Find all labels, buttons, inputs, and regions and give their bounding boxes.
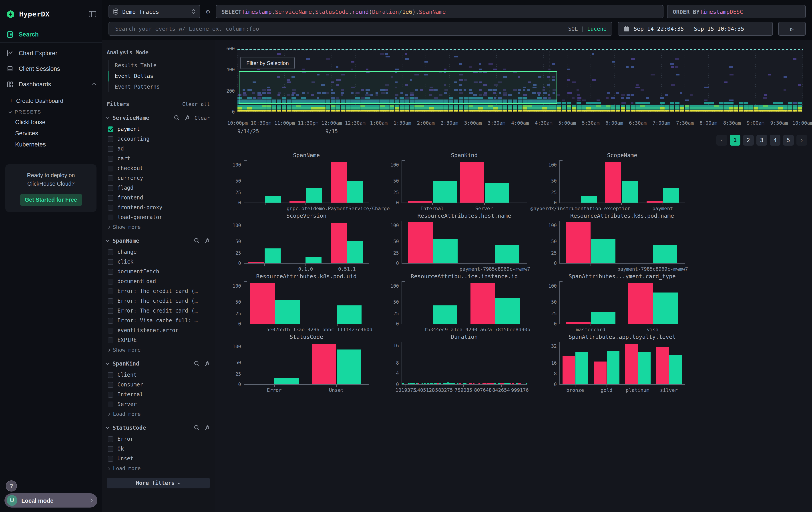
heatmap-canvas[interactable] <box>237 49 803 112</box>
checkbox-unchecked[interactable] <box>108 308 113 314</box>
sidebar-item-services[interactable]: Services <box>0 128 102 139</box>
filter-checkbox-item[interactable]: currency <box>107 173 210 183</box>
sidebar-item-search[interactable]: Search <box>0 27 102 42</box>
checkbox-unchecked[interactable] <box>108 249 113 255</box>
clear-all-button[interactable]: Clear all <box>182 101 210 107</box>
analysis-mode-event-patterns[interactable]: Event Patterns <box>108 81 210 92</box>
filter-checkbox-item[interactable]: Error: The credit card (… <box>107 286 210 296</box>
checkbox-checked[interactable] <box>108 126 113 132</box>
sidebar-item-dashboards[interactable]: Dashboards <box>0 77 102 92</box>
filter-checkbox-item[interactable]: Error: The credit card (… <box>107 296 210 306</box>
pin-icon[interactable] <box>204 238 210 244</box>
filter-checkbox-item[interactable]: Server <box>107 399 210 409</box>
gear-icon[interactable]: ⚙ <box>204 7 212 16</box>
filter-checkbox-item[interactable]: accounting <box>107 134 210 144</box>
checkbox-unchecked[interactable] <box>108 382 113 387</box>
sql-select-editor[interactable]: SELECT Timestamp, ServiceName, StatusCod… <box>216 5 664 18</box>
toggle-sql[interactable]: SQL <box>568 26 578 32</box>
checkbox-unchecked[interactable] <box>108 318 113 323</box>
checkbox-unchecked[interactable] <box>108 156 113 161</box>
user-menu[interactable]: U Local mode <box>4 493 97 508</box>
filter-checkbox-item[interactable]: eventListener.error <box>107 325 210 335</box>
filter-checkbox-item[interactable]: frontend <box>107 193 210 203</box>
checkbox-unchecked[interactable] <box>108 392 113 397</box>
load-more-button[interactable]: Load more <box>107 409 210 417</box>
pagination-prev-button[interactable]: ‹ <box>716 135 727 145</box>
filter-group-name[interactable]: ServiceName <box>113 114 149 121</box>
checkbox-unchecked[interactable] <box>108 436 113 442</box>
sidebar-item-chart-explorer[interactable]: Chart Explorer <box>0 46 102 61</box>
clear-group-button[interactable]: Clear <box>195 115 210 121</box>
sidebar-item-client-sessions[interactable]: Client Sessions <box>0 61 102 77</box>
presets-toggle[interactable]: PRESETS <box>0 106 102 117</box>
search-icon[interactable] <box>194 360 200 367</box>
filter-by-selection-button[interactable]: Filter by Selection <box>240 57 295 69</box>
analysis-mode-event-deltas[interactable]: Event Deltas <box>108 71 210 81</box>
pagination-next-button[interactable]: › <box>796 135 807 145</box>
checkbox-unchecked[interactable] <box>108 214 113 220</box>
filter-checkbox-item[interactable]: Unset <box>107 454 210 463</box>
filter-checkbox-item[interactable]: Internal <box>107 389 210 399</box>
create-dashboard-button[interactable]: + Create Dashboard <box>0 95 102 106</box>
pin-icon[interactable] <box>204 425 210 431</box>
run-query-button[interactable]: ▷ <box>778 22 806 36</box>
sidebar-item-clickhouse[interactable]: ClickHouse <box>0 117 102 128</box>
show-more-button[interactable]: Show more <box>107 345 210 353</box>
filter-checkbox-item[interactable]: EXPIRE <box>107 335 210 345</box>
filter-checkbox-item[interactable]: Client <box>107 370 210 380</box>
filter-checkbox-item[interactable]: documentFetch <box>107 267 210 276</box>
sidebar-item-kubernetes[interactable]: Kubernetes <box>0 139 102 150</box>
checkbox-unchecked[interactable] <box>108 298 113 304</box>
checkbox-unchecked[interactable] <box>108 205 113 210</box>
filter-checkbox-item[interactable]: checkout <box>107 163 210 173</box>
show-more-button[interactable]: Show more <box>107 222 210 230</box>
order-by-editor[interactable]: ORDER BY Timestamp DESC <box>667 5 806 18</box>
search-icon[interactable] <box>174 115 180 120</box>
help-button[interactable]: ? <box>6 480 17 491</box>
pagination-page-3[interactable]: 3 <box>756 135 767 145</box>
filter-group-name[interactable]: SpanKind <box>113 360 139 367</box>
filter-checkbox-item[interactable]: click <box>107 257 210 267</box>
filter-checkbox-item[interactable]: load-generator <box>107 212 210 222</box>
checkbox-unchecked[interactable] <box>108 269 113 274</box>
analysis-mode-results-table[interactable]: Results Table <box>108 60 210 71</box>
filter-checkbox-item[interactable]: payment <box>107 124 210 134</box>
filter-group-name[interactable]: SpanName <box>113 237 139 244</box>
filter-checkbox-item[interactable]: Ok <box>107 444 210 454</box>
checkbox-unchecked[interactable] <box>108 337 113 343</box>
collapse-sidebar-icon[interactable] <box>88 11 96 18</box>
checkbox-unchecked[interactable] <box>108 259 113 265</box>
date-range-picker[interactable]: Sep 14 22:04:35 - Sep 15 10:04:35 <box>618 22 773 36</box>
pin-icon[interactable] <box>184 115 190 120</box>
search-input[interactable] <box>114 25 568 32</box>
filter-checkbox-item[interactable]: frontend-proxy <box>107 203 210 212</box>
pagination-page-1[interactable]: 1 <box>730 135 741 145</box>
toggle-lucene[interactable]: Lucene <box>587 26 607 32</box>
checkbox-unchecked[interactable] <box>108 146 113 152</box>
checkbox-unchecked[interactable] <box>108 195 113 200</box>
filter-checkbox-item[interactable]: Error: The credit card (… <box>107 306 210 316</box>
filter-checkbox-item[interactable]: ad <box>107 144 210 154</box>
checkbox-unchecked[interactable] <box>108 136 113 142</box>
filter-checkbox-item[interactable]: change <box>107 247 210 257</box>
search-icon[interactable] <box>194 425 200 431</box>
checkbox-unchecked[interactable] <box>108 327 113 333</box>
checkbox-unchecked[interactable] <box>108 278 113 284</box>
filter-checkbox-item[interactable]: Error: Visa cache full: … <box>107 316 210 325</box>
filter-checkbox-item[interactable]: Consumer <box>107 380 210 389</box>
checkbox-unchecked[interactable] <box>108 446 113 452</box>
filter-checkbox-item[interactable]: documentLoad <box>107 276 210 286</box>
filter-checkbox-item[interactable]: flagd <box>107 183 210 193</box>
checkbox-unchecked[interactable] <box>108 401 113 407</box>
checkbox-unchecked[interactable] <box>108 456 113 461</box>
more-filters-button[interactable]: More filters <box>107 478 210 488</box>
checkbox-unchecked[interactable] <box>108 288 113 294</box>
checkbox-unchecked[interactable] <box>108 372 113 378</box>
pagination-page-4[interactable]: 4 <box>770 135 780 145</box>
events-heatmap[interactable]: Filter by Selection 600400200010:00pm10:… <box>237 49 803 112</box>
get-started-button[interactable]: Get Started for Free <box>20 194 82 206</box>
checkbox-unchecked[interactable] <box>108 185 113 191</box>
filter-checkbox-item[interactable]: Error <box>107 434 210 444</box>
filter-checkbox-item[interactable]: cart <box>107 154 210 163</box>
pagination-page-2[interactable]: 2 <box>743 135 754 145</box>
